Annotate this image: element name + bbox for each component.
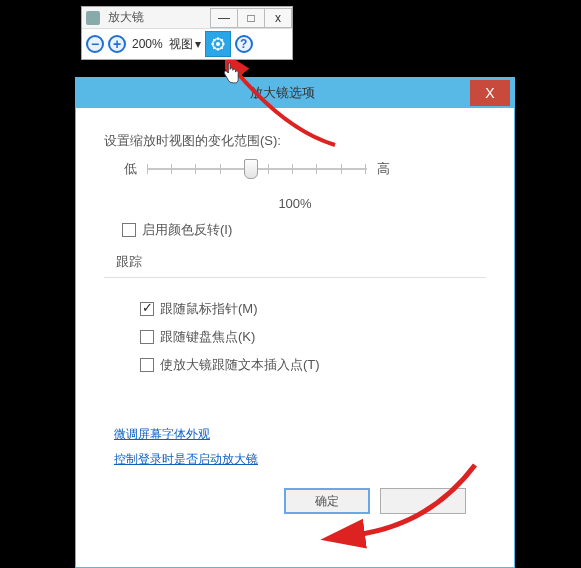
slider-high-label: 高 — [377, 160, 390, 178]
slider-low-label: 低 — [124, 160, 137, 178]
maximize-button[interactable]: □ — [237, 8, 265, 28]
slider-thumb[interactable] — [244, 159, 258, 179]
track-keyboard-checkbox[interactable] — [140, 330, 154, 344]
invert-colors-checkbox[interactable] — [122, 223, 136, 237]
slider-heading: 设置缩放时视图的变化范围(S): — [104, 132, 486, 150]
invert-colors-label: 启用颜色反转(I) — [142, 221, 232, 239]
close-button[interactable]: x — [264, 8, 292, 28]
chevron-down-icon: ▾ — [195, 37, 201, 51]
minimize-button[interactable]: — — [210, 8, 238, 28]
tracking-group-label: 跟踪 — [116, 253, 486, 271]
font-tuning-link[interactable]: 微调屏幕字体外观 — [114, 426, 210, 443]
dialog-close-button[interactable]: X — [470, 80, 510, 106]
magnifier-toolbar: 放大镜 — □ x − + 200% 视图 ▾ ? — [81, 6, 293, 60]
track-caret-checkbox[interactable] — [140, 358, 154, 372]
zoom-step-slider[interactable] — [147, 161, 367, 177]
view-label: 视图 — [169, 36, 193, 53]
track-mouse-checkbox[interactable] — [140, 302, 154, 316]
track-keyboard-label: 跟随键盘焦点(K) — [160, 328, 255, 346]
ok-button[interactable]: 确定 — [284, 488, 370, 514]
view-dropdown[interactable]: 视图 ▾ — [169, 36, 201, 53]
track-mouse-label: 跟随鼠标指针(M) — [160, 300, 258, 318]
cancel-button[interactable] — [380, 488, 466, 514]
gear-icon — [210, 36, 226, 52]
zoom-out-button[interactable]: − — [86, 35, 104, 53]
slider-percent: 100% — [104, 196, 486, 211]
tracking-group: 跟随鼠标指针(M) 跟随键盘焦点(K) 使放大镜跟随文本插入点(T) — [104, 277, 486, 392]
zoom-percent: 200% — [132, 37, 163, 51]
toolbar-title: 放大镜 — [108, 9, 211, 26]
svg-point-1 — [216, 42, 220, 46]
options-button[interactable] — [205, 31, 231, 57]
dialog-titlebar[interactable]: 放大镜选项 X — [76, 78, 514, 108]
help-button[interactable]: ? — [235, 35, 253, 53]
options-dialog: 放大镜选项 X 设置缩放时视图的变化范围(S): 低 高 100% — [75, 77, 515, 568]
logon-control-link[interactable]: 控制登录时是否启动放大镜 — [114, 451, 258, 468]
zoom-in-button[interactable]: + — [108, 35, 126, 53]
toolbar-titlebar[interactable]: 放大镜 — □ x — [82, 7, 292, 29]
track-caret-label: 使放大镜跟随文本插入点(T) — [160, 356, 320, 374]
dialog-title: 放大镜选项 — [94, 84, 470, 102]
magnifier-app-icon — [86, 11, 100, 25]
